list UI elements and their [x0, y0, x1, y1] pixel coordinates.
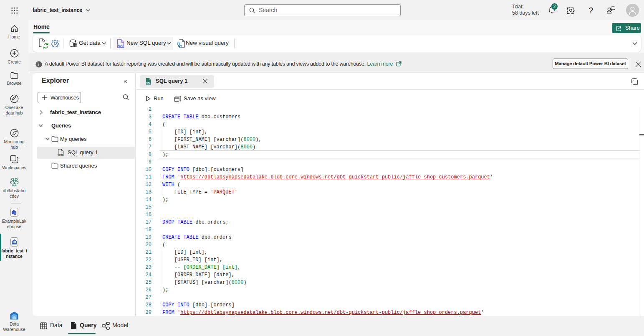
svg-text:SQL: SQL — [146, 82, 151, 84]
svg-text:SQL: SQL — [58, 154, 64, 156]
svg-text:SQL: SQL — [118, 44, 125, 48]
